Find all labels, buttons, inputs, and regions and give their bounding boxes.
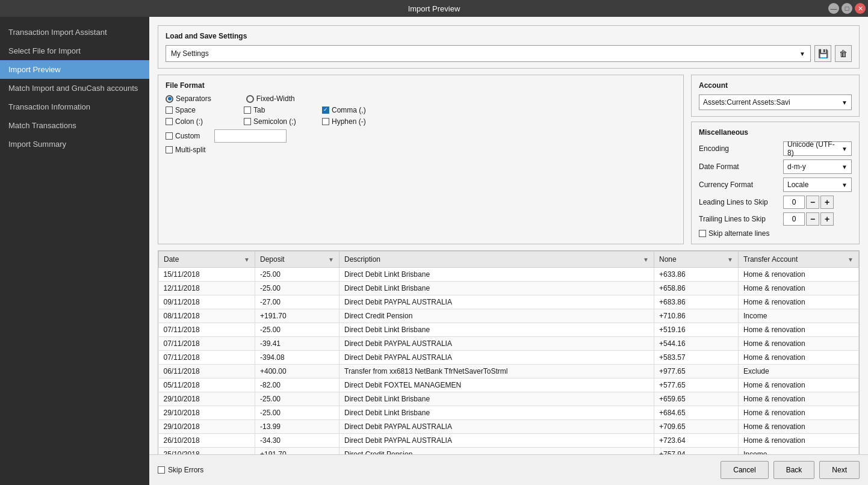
next-button[interactable]: Next bbox=[819, 461, 860, 479]
load-save-title: Load and Save Settings bbox=[166, 32, 852, 40]
settings-value: My Settings bbox=[171, 49, 209, 58]
table-row: 26/10/2018-34.30Direct Debit PAYPAL AUST… bbox=[159, 434, 859, 448]
main-content: Load and Save Settings My Settings ▼ 💾 🗑… bbox=[149, 17, 868, 454]
col-transfer-account[interactable]: Transfer Account ▼ bbox=[739, 252, 859, 268]
tab-checkbox-option[interactable]: Tab bbox=[244, 106, 311, 114]
multisplit-row: Multi-split bbox=[166, 146, 676, 154]
colon-checkbox-icon bbox=[166, 118, 173, 125]
sidebar: Transaction Import Assistant Select File… bbox=[0, 17, 149, 485]
sidebar-item-import-summary[interactable]: Import Summary bbox=[0, 135, 149, 153]
table-row: 29/10/2018-13.99Direct Debit PAYPAL AUST… bbox=[159, 420, 859, 434]
delete-settings-button[interactable]: 🗑 bbox=[835, 45, 852, 62]
right-panel: Account Assets:Current Assets:Savi ▼ Mis… bbox=[691, 75, 860, 244]
multisplit-checkbox-option[interactable]: Multi-split bbox=[166, 146, 206, 154]
semicolon-checkbox-option[interactable]: Semicolon (;) bbox=[244, 117, 311, 126]
trailing-lines-input[interactable] bbox=[783, 212, 805, 226]
account-value: Assets:Current Assets:Savi bbox=[703, 98, 790, 107]
table-row: 25/10/2018+191.70Direct Credit Pension+7… bbox=[159, 448, 859, 455]
window-controls: — □ ✕ bbox=[828, 3, 866, 14]
trailing-lines-control: − + bbox=[783, 212, 834, 226]
col-description[interactable]: Description ▼ bbox=[339, 252, 654, 268]
sidebar-item-match-transactions[interactable]: Match Transactions bbox=[0, 116, 149, 135]
multisplit-checkbox-icon bbox=[166, 146, 173, 153]
trailing-lines-decrement[interactable]: − bbox=[806, 212, 819, 226]
save-settings-button[interactable]: 💾 bbox=[814, 45, 831, 62]
leading-lines-control: − + bbox=[783, 196, 834, 209]
trailing-lines-row: Trailing Lines to Skip − + bbox=[699, 212, 852, 226]
space-label: Space bbox=[175, 106, 196, 114]
minimize-button[interactable]: — bbox=[828, 3, 839, 14]
back-button[interactable]: Back bbox=[773, 461, 815, 479]
sidebar-item-match-import-gnucash[interactable]: Match Import and GnuCash accounts bbox=[0, 79, 149, 97]
date-format-value: d-m-y bbox=[787, 162, 806, 171]
miscellaneous-section: Miscellaneous Encoding Unicode (UTF-8) ▼… bbox=[691, 122, 860, 244]
colon-checkbox-option[interactable]: Colon (:) bbox=[166, 117, 233, 126]
currency-format-arrow-icon: ▼ bbox=[842, 182, 848, 188]
separators-option[interactable]: Separators bbox=[166, 94, 211, 103]
skip-alternate-icon bbox=[699, 230, 706, 237]
misc-title: Miscellaneous bbox=[699, 128, 852, 137]
col-date[interactable]: Date ▼ bbox=[159, 252, 255, 268]
table-section: Date ▼ Deposit ▼ bbox=[158, 250, 860, 454]
space-checkbox-option[interactable]: Space bbox=[166, 106, 233, 114]
trailing-lines-label: Trailing Lines to Skip bbox=[699, 215, 783, 223]
col-deposit[interactable]: Deposit ▼ bbox=[255, 252, 339, 268]
sidebar-item-transaction-import-assistant[interactable]: Transaction Import Assistant bbox=[0, 23, 149, 42]
comma-checkbox-option[interactable]: Comma (,) bbox=[322, 106, 420, 114]
encoding-row: Encoding Unicode (UTF-8) ▼ bbox=[699, 141, 852, 156]
date-format-arrow-icon: ▼ bbox=[842, 164, 848, 170]
table-row: 29/10/2018-25.00Direct Debit Linkt Brisb… bbox=[159, 406, 859, 420]
fixed-width-option[interactable]: Fixed-Width bbox=[246, 94, 295, 103]
custom-checkbox-option[interactable]: Custom bbox=[166, 132, 200, 140]
load-save-row: My Settings ▼ 💾 🗑 bbox=[166, 45, 852, 62]
trailing-lines-increment[interactable]: + bbox=[820, 212, 834, 226]
sidebar-item-import-preview[interactable]: Import Preview bbox=[0, 60, 149, 79]
custom-input[interactable] bbox=[214, 129, 287, 143]
account-section: Account Assets:Current Assets:Savi ▼ bbox=[691, 75, 860, 117]
col-none[interactable]: None ▼ bbox=[654, 252, 739, 268]
skip-errors-checkbox[interactable] bbox=[158, 466, 165, 474]
cancel-button[interactable]: Cancel bbox=[721, 461, 768, 479]
sidebar-item-select-file-for-import[interactable]: Select File for Import bbox=[0, 42, 149, 60]
separators-radio-icon bbox=[166, 95, 173, 103]
transactions-table: Date ▼ Deposit ▼ bbox=[158, 251, 859, 454]
description-col-arrow: ▼ bbox=[643, 256, 649, 263]
currency-format-dropdown[interactable]: Locale ▼ bbox=[783, 178, 852, 192]
close-button[interactable]: ✕ bbox=[855, 3, 866, 14]
skip-errors-row: Skip Errors bbox=[158, 466, 203, 474]
custom-label: Custom bbox=[175, 132, 200, 140]
top-row: File Format Separators Fixed-Width bbox=[158, 75, 860, 244]
hyphen-label: Hyphen (-) bbox=[332, 117, 366, 126]
account-section-title: Account bbox=[699, 81, 852, 90]
transfer-col-arrow: ▼ bbox=[848, 256, 854, 263]
multisplit-label: Multi-split bbox=[175, 146, 206, 154]
currency-format-row: Currency Format Locale ▼ bbox=[699, 178, 852, 192]
space-checkbox-icon bbox=[166, 107, 173, 114]
hyphen-checkbox-option[interactable]: Hyphen (-) bbox=[322, 117, 420, 126]
table-scroll[interactable]: Date ▼ Deposit ▼ bbox=[158, 251, 859, 454]
date-format-row: Date Format d-m-y ▼ bbox=[699, 159, 852, 174]
account-row: Assets:Current Assets:Savi ▼ bbox=[699, 94, 852, 110]
leading-lines-decrement[interactable]: − bbox=[806, 196, 819, 209]
encoding-dropdown[interactable]: Unicode (UTF-8) ▼ bbox=[783, 141, 852, 156]
settings-dropdown[interactable]: My Settings ▼ bbox=[166, 45, 811, 62]
account-arrow-icon: ▼ bbox=[842, 99, 848, 106]
file-format-title: File Format bbox=[166, 81, 676, 90]
restore-button[interactable]: □ bbox=[842, 3, 852, 14]
skip-alternate-option[interactable]: Skip alternate lines bbox=[699, 229, 841, 238]
leading-lines-input[interactable] bbox=[783, 196, 805, 209]
table-row: 15/11/2018-25.00Direct Debit Linkt Brisb… bbox=[159, 268, 859, 282]
skip-errors-label: Skip Errors bbox=[168, 466, 203, 474]
separators-label: Separators bbox=[176, 94, 211, 103]
date-format-dropdown[interactable]: d-m-y ▼ bbox=[783, 159, 852, 174]
table-row: 06/11/2018+400.00Transfer from xx6813 Ne… bbox=[159, 365, 859, 378]
sidebar-item-transaction-information[interactable]: Transaction Information bbox=[0, 97, 149, 116]
fixed-width-radio-icon bbox=[246, 95, 254, 103]
account-dropdown[interactable]: Assets:Current Assets:Savi ▼ bbox=[699, 94, 852, 110]
file-format-section: File Format Separators Fixed-Width bbox=[158, 75, 684, 244]
settings-arrow-icon: ▼ bbox=[799, 51, 805, 57]
deposit-col-arrow: ▼ bbox=[328, 256, 334, 263]
hyphen-checkbox-icon bbox=[322, 118, 329, 125]
leading-lines-increment[interactable]: + bbox=[820, 196, 834, 209]
bottom-bar: Skip Errors Cancel Back Next bbox=[149, 454, 868, 485]
